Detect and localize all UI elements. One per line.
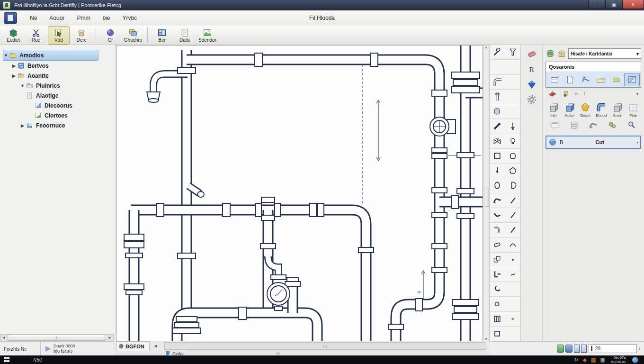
stack-icon[interactable] xyxy=(546,49,555,58)
tool-shapes[interactable] xyxy=(490,253,505,267)
tool-hookpipe[interactable] xyxy=(490,223,505,237)
menu-item-0[interactable]: Ne xyxy=(24,13,43,23)
toolbar-button-3[interactable]: Derc xyxy=(71,26,92,45)
taskbar-clock[interactable]: 0in:07u 5/236.81 xyxy=(611,355,626,364)
toolbar-button-8[interactable]: Sdendor xyxy=(197,26,218,45)
canvas-hscrollbar[interactable]: ||| xyxy=(164,342,486,350)
toolbar-button-6[interactable]: Ber xyxy=(151,26,173,45)
drawing-canvas[interactable]: 8 xyxy=(116,45,483,341)
palette-button-orect[interactable] xyxy=(547,73,563,86)
command-button-4[interactable]: Anve xyxy=(609,101,626,118)
palette-button-opipes[interactable] xyxy=(578,73,593,86)
expander-right-icon[interactable]: ▶ xyxy=(11,73,17,78)
sheet-tab[interactable]: BGFON xyxy=(116,341,150,351)
tool-diag[interactable] xyxy=(490,119,505,133)
scroll-right-icon[interactable]: ► xyxy=(107,336,113,340)
chart-icon[interactable]: ▦ xyxy=(591,357,596,363)
maximize-button[interactable]: ▣ xyxy=(605,0,622,9)
expander-right-icon[interactable]: ▶ xyxy=(11,64,17,68)
minimize-button[interactable]: — xyxy=(588,0,605,9)
sidebar-hscrollbar[interactable]: ◄ ‖ ► xyxy=(0,334,114,341)
diamond-icon[interactable] xyxy=(527,79,537,90)
tool-clamp[interactable] xyxy=(490,193,505,208)
refresh-icon[interactable]: ↻ xyxy=(574,357,578,363)
palette-button-opanel[interactable] xyxy=(624,73,640,86)
tab-scroll-left-icon[interactable]: ◄ xyxy=(150,344,161,348)
start-button[interactable] xyxy=(0,355,14,364)
toolbar-button-4[interactable]: Cr xyxy=(99,26,121,45)
command-button-2[interactable]: Drech xyxy=(577,101,593,118)
cut-bar[interactable]: B Cut ▾ xyxy=(546,136,641,149)
tool-dash[interactable] xyxy=(505,312,521,326)
tool-slash[interactable] xyxy=(505,223,521,237)
vscroll-thumb[interactable] xyxy=(484,188,489,207)
close-button[interactable]: ✕ xyxy=(622,0,644,9)
tool-sqoutline[interactable] xyxy=(490,327,505,341)
zoom-field[interactable]: 20 - xyxy=(589,344,637,353)
menu-item-4[interactable]: Yrvbc xyxy=(116,13,143,23)
tree-item-0[interactable]: ▼Amodios xyxy=(3,50,98,61)
scroll-thumb[interactable]: ‖ xyxy=(8,335,106,341)
tree-item-3[interactable]: ▼Pluinrics xyxy=(20,81,116,91)
palette-button-odoc[interactable] xyxy=(563,73,578,86)
tool-curve[interactable] xyxy=(505,237,521,252)
tool-bracket[interactable] xyxy=(490,267,505,282)
tool-slash[interactable] xyxy=(505,208,521,222)
palette-button-osponge[interactable] xyxy=(609,73,625,86)
letter-r-icon[interactable] xyxy=(527,64,537,74)
menu-item-1[interactable]: Aouor xyxy=(43,13,71,23)
eraser-icon[interactable] xyxy=(527,49,537,59)
flame-icon[interactable]: ◆ xyxy=(583,357,587,363)
taskbar-search-text[interactable]: N50 xyxy=(33,357,42,363)
secondary-button-smag[interactable] xyxy=(622,120,641,130)
page-icon[interactable] xyxy=(574,345,580,353)
menu-item-2[interactable]: Pmm xyxy=(71,13,96,23)
browser-icon[interactable] xyxy=(632,357,638,363)
tool-pin[interactable] xyxy=(490,164,505,178)
tool-dot[interactable] xyxy=(505,253,521,267)
scroll-left-icon[interactable]: ◄ xyxy=(0,336,7,340)
tool-knot[interactable] xyxy=(490,297,505,311)
toolbar-button-1[interactable]: Rue xyxy=(25,26,47,45)
tool-square-sym[interactable] xyxy=(490,149,505,163)
command-button-1[interactable]: Autor xyxy=(562,101,578,118)
box-icon[interactable] xyxy=(557,49,566,58)
tree-item-5[interactable]: Diecoorus xyxy=(28,100,116,110)
gear-icon[interactable] xyxy=(527,94,537,105)
tool-ellipse-sym[interactable] xyxy=(490,178,505,192)
tool-funnel[interactable] xyxy=(505,45,521,59)
tool-pipe-lg[interactable] xyxy=(490,90,505,104)
tool-grid3[interactable] xyxy=(490,312,505,326)
scroll-down-icon[interactable]: ▼ xyxy=(484,337,488,341)
tool-rsquare[interactable] xyxy=(505,149,521,163)
command-button-5[interactable]: Floe xyxy=(625,101,641,118)
tool-wrench[interactable] xyxy=(490,45,505,59)
page-icon[interactable] xyxy=(581,345,587,353)
menu-item-3[interactable]: bie xyxy=(96,13,116,23)
command-button-3[interactable]: Ehoud xyxy=(593,101,609,118)
chip-blue-icon[interactable] xyxy=(565,345,572,353)
chip-green-icon[interactable] xyxy=(557,345,564,353)
style-dropdown[interactable]: Hisafe i Kartrlantci ▾ xyxy=(568,48,641,59)
tool-elbow-lg[interactable] xyxy=(490,75,505,89)
tree-item-7[interactable]: ▶Feoornuce xyxy=(20,120,116,130)
tree-item-1[interactable]: ▶Bertvos xyxy=(11,61,116,71)
toolbar-button-2[interactable]: Vdd xyxy=(48,26,70,45)
tree-item-6[interactable]: Clortoes xyxy=(28,110,116,120)
toolbar-button-7[interactable]: Dalis xyxy=(174,26,196,45)
chevron-down-icon[interactable]: ▾ xyxy=(636,92,638,96)
tool-hook[interactable] xyxy=(490,282,505,296)
palette-button-ofolder[interactable] xyxy=(593,73,609,86)
eraser2-icon[interactable] xyxy=(547,90,558,98)
canvas-vscrollbar[interactable]: ▲ ▼ xyxy=(483,45,489,341)
secondary-button-sgears[interactable] xyxy=(603,120,622,130)
tool-poly[interactable] xyxy=(505,164,521,178)
tree-item-4[interactable]: Alaotige xyxy=(20,91,116,100)
expander-down-icon[interactable]: ▼ xyxy=(3,53,9,58)
tool-blob[interactable] xyxy=(490,104,505,118)
secondary-button-scab[interactable] xyxy=(564,120,583,130)
tool-slash[interactable] xyxy=(505,193,521,208)
toolbar-button-0[interactable]: Eudict xyxy=(2,26,24,45)
secondary-button-swhite[interactable] xyxy=(546,120,564,130)
tool-bulb[interactable] xyxy=(505,134,521,148)
